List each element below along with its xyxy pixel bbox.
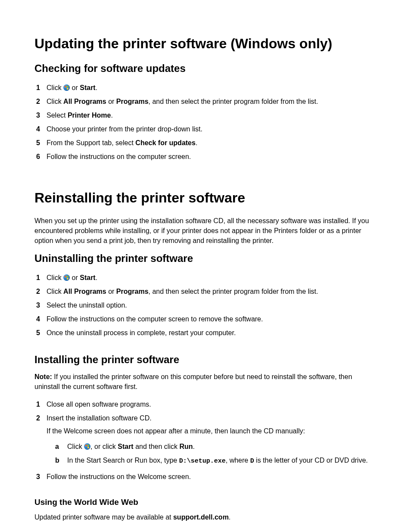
step-bold: All Programs (63, 288, 106, 295)
step-text: or (106, 98, 116, 105)
step-text: Once the uninstall process in complete, … (47, 329, 236, 336)
step-text: . (111, 112, 112, 119)
step-text: Click (67, 443, 84, 450)
step-text: Close all open software programs. (47, 401, 151, 408)
step-bold: Run (179, 443, 193, 450)
step-text: Select the uninstall option. (47, 302, 127, 309)
reinstalling-intro: When you set up the printer using the in… (34, 216, 377, 246)
step-text: Click (47, 288, 63, 295)
step-subtext: If the Welcome screen does not appear af… (47, 426, 377, 436)
windows-start-icon (63, 84, 70, 91)
step-text: , or click (90, 443, 118, 450)
windows-start-icon (63, 274, 70, 281)
install-note: Note: If you installed the printer softw… (34, 372, 377, 392)
list-item: 3 Select Printer Home. (34, 109, 377, 122)
heading-www: Using the World Wide Web (34, 497, 377, 508)
step-text: . (96, 84, 97, 91)
heading-installing: Installing the printer software (34, 353, 377, 367)
step-bold: Start (80, 84, 95, 91)
step-bold: Programs (116, 98, 149, 105)
step-text: Follow the instructions on the computer … (47, 153, 191, 160)
list-item: 6 Follow the instructions on the compute… (34, 150, 377, 164)
step-text: is the letter of your CD or DVD drive. (254, 457, 368, 464)
step-text: . (193, 443, 195, 450)
step-text: From the Support tab, select (47, 139, 135, 146)
www-link: support.dell.com (173, 513, 229, 521)
checking-steps-list: 1 Click or Start. 2 Click All Programs o… (34, 81, 377, 164)
uninstall-steps-list: 1 Click or Start. 2 Click All Programs o… (34, 271, 377, 340)
step-text: or (70, 84, 80, 91)
list-item: 2 Insert the installation software CD. I… (34, 411, 377, 470)
step-text: Insert the installation software CD. (47, 414, 152, 422)
step-text: Follow the instructions on the Welcome s… (47, 473, 191, 480)
step-text: , and then select the printer program fo… (149, 98, 318, 105)
step-text: and then click (134, 443, 180, 450)
step-bold: Start (80, 274, 95, 281)
list-item: a Click , or click Start and then click … (47, 440, 377, 454)
list-item: b In the Start Search or Run box, type D… (47, 454, 377, 468)
heading-checking: Checking for software updates (34, 62, 377, 75)
install-steps-list: 1 Close all open software programs. 2 In… (34, 398, 377, 484)
step-text: Click (47, 98, 63, 105)
step-bold: Start (118, 443, 133, 450)
step-text: Choose your printer from the printer dro… (47, 125, 202, 133)
step-text: or (70, 274, 80, 281)
step-text: Follow the instructions on the computer … (47, 315, 263, 323)
list-item: 4 Follow the instructions on the compute… (34, 312, 377, 326)
step-text: , and then select the printer program fo… (149, 288, 318, 295)
list-item: 3 Select the uninstall option. (34, 299, 377, 312)
step-bold: Programs (116, 288, 149, 295)
step-text: Click (47, 84, 63, 91)
install-substeps-list: a Click , or click Start and then click … (47, 440, 377, 468)
list-item: 3 Follow the instructions on the Welcome… (34, 470, 377, 484)
list-item: 2 Click All Programs or Programs, and th… (34, 285, 377, 299)
step-bold: All Programs (63, 98, 106, 105)
step-code: D:\setup.exe (179, 457, 226, 465)
heading-updating: Updating the printer software (Windows o… (34, 34, 377, 53)
step-text: . (96, 274, 97, 281)
list-item: 5 Once the uninstall process in complete… (34, 326, 377, 340)
windows-start-icon (84, 443, 90, 450)
heading-reinstalling: Reinstalling the printer software (34, 189, 377, 207)
note-label: Note: (34, 373, 52, 380)
list-item: 1 Close all open software programs. (34, 398, 377, 411)
list-item: 5 From the Support tab, select Check for… (34, 136, 377, 150)
step-code: D (250, 457, 254, 465)
list-item: 1 Click or Start. (34, 271, 377, 285)
step-bold: Check for updates (135, 139, 196, 146)
list-item: 1 Click or Start. (34, 81, 377, 95)
step-text: Select (47, 112, 68, 119)
www-prefix: Updated printer software may be availabl… (34, 513, 173, 521)
step-text: , where (226, 457, 250, 464)
step-text: . (196, 139, 197, 146)
step-text: or (106, 288, 116, 295)
www-text: Updated printer software may be availabl… (34, 512, 377, 522)
step-text: Click (47, 274, 63, 281)
note-text: If you installed the printer software on… (34, 373, 352, 390)
www-suffix: . (229, 513, 230, 521)
list-item: 4 Choose your printer from the printer d… (34, 122, 377, 136)
heading-uninstalling: Uninstalling the printer software (34, 252, 377, 265)
list-item: 2 Click All Programs or Programs, and th… (34, 95, 377, 109)
step-text: In the Start Search or Run box, type (67, 457, 179, 464)
step-bold: Printer Home (68, 112, 111, 119)
